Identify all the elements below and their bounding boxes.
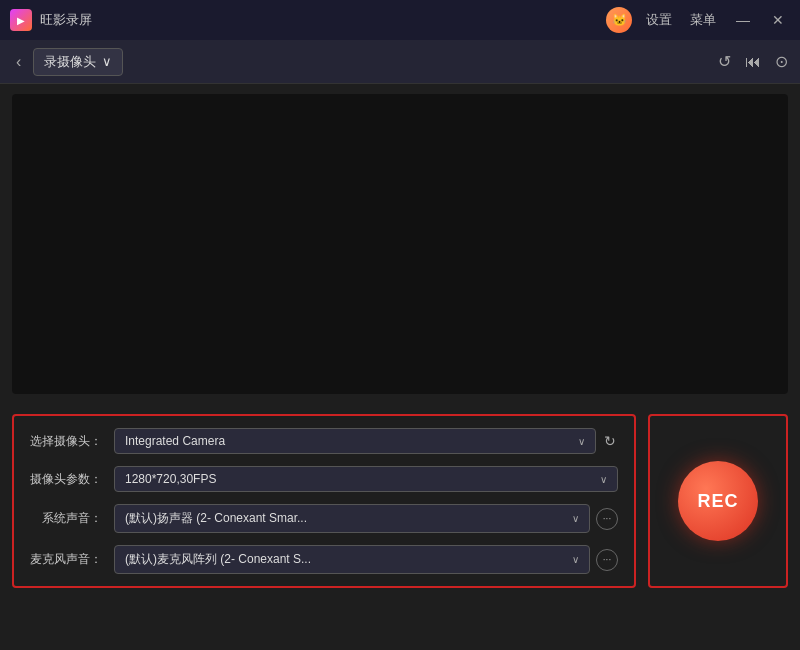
sub-toolbar-right: ↺ ⏮ ⊙ (718, 52, 788, 71)
title-bar-right: 🐱 设置 菜单 — ✕ (606, 7, 790, 33)
bottom-section: 选择摄像头： Integrated Camera ∨ ↻ 摄像头参数： 1280… (0, 404, 800, 598)
params-control: 1280*720,30FPS ∨ (114, 466, 618, 492)
params-row: 摄像头参数： 1280*720,30FPS ∨ (30, 466, 618, 492)
camera-preview (12, 94, 788, 394)
settings-btn[interactable]: 设置 (642, 9, 676, 31)
title-bar-left: ▶ 旺影录屏 (10, 9, 92, 31)
camera-arrow-icon: ∨ (578, 436, 585, 447)
params-label: 摄像头参数： (30, 471, 102, 488)
rotate-icon[interactable]: ↺ (718, 52, 731, 71)
params-select[interactable]: 1280*720,30FPS ∨ (114, 466, 618, 492)
system-audio-arrow-icon: ∨ (572, 513, 579, 524)
menu-btn[interactable]: 菜单 (686, 9, 720, 31)
system-audio-row: 系统声音： (默认)扬声器 (2- Conexant Smar... ∨ ··· (30, 504, 618, 533)
mic-label: 麦克风声音： (30, 551, 102, 568)
mode-dropdown-arrow-icon: ∨ (102, 54, 112, 69)
user-avatar[interactable]: 🐱 (606, 7, 632, 33)
system-audio-label: 系统声音： (30, 510, 102, 527)
camera-value: Integrated Camera (125, 434, 225, 448)
mic-control: (默认)麦克风阵列 (2- Conexant S... ∨ ··· (114, 545, 618, 574)
mic-value: (默认)麦克风阵列 (2- Conexant S... (125, 551, 311, 568)
back-button[interactable]: ‹ (12, 49, 25, 75)
camera-row: 选择摄像头： Integrated Camera ∨ ↻ (30, 428, 618, 454)
sub-toolbar-left: ‹ 录摄像头 ∨ (12, 48, 123, 76)
system-audio-more-icon[interactable]: ··· (596, 508, 618, 530)
mode-label: 录摄像头 (44, 53, 96, 71)
settings-panel: 选择摄像头： Integrated Camera ∨ ↻ 摄像头参数： 1280… (12, 414, 636, 588)
mic-row: 麦克风声音： (默认)麦克风阵列 (2- Conexant S... ∨ ··· (30, 545, 618, 574)
minimize-btn[interactable]: — (730, 10, 756, 30)
mic-arrow-icon: ∨ (572, 554, 579, 565)
rec-panel: REC (648, 414, 788, 588)
close-btn[interactable]: ✕ (766, 10, 790, 30)
system-audio-control: (默认)扬声器 (2- Conexant Smar... ∨ ··· (114, 504, 618, 533)
title-bar: ▶ 旺影录屏 🐱 设置 菜单 — ✕ (0, 0, 800, 40)
camera-refresh-icon[interactable]: ↻ (602, 431, 618, 451)
settings-circle-icon[interactable]: ⊙ (775, 52, 788, 71)
camera-control: Integrated Camera ∨ ↻ (114, 428, 618, 454)
app-icon: ▶ (10, 9, 32, 31)
params-arrow-icon: ∨ (600, 474, 607, 485)
system-audio-select[interactable]: (默认)扬声器 (2- Conexant Smar... ∨ (114, 504, 590, 533)
system-audio-value: (默认)扬声器 (2- Conexant Smar... (125, 510, 307, 527)
sub-toolbar: ‹ 录摄像头 ∨ ↺ ⏮ ⊙ (0, 40, 800, 84)
step-back-icon[interactable]: ⏮ (745, 53, 761, 71)
rec-button[interactable]: REC (678, 461, 758, 541)
mic-select[interactable]: (默认)麦克风阵列 (2- Conexant S... ∨ (114, 545, 590, 574)
camera-label: 选择摄像头： (30, 433, 102, 450)
mic-more-icon[interactable]: ··· (596, 549, 618, 571)
camera-select[interactable]: Integrated Camera ∨ (114, 428, 596, 454)
mode-dropdown[interactable]: 录摄像头 ∨ (33, 48, 123, 76)
rec-label: REC (697, 491, 738, 512)
params-value: 1280*720,30FPS (125, 472, 216, 486)
app-title: 旺影录屏 (40, 11, 92, 29)
